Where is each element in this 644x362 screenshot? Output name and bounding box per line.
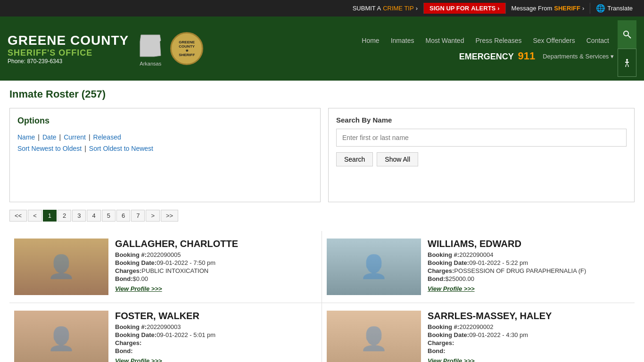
- pagination-page-6[interactable]: 6: [116, 210, 130, 222]
- svg-line-2: [628, 35, 631, 38]
- bond: Bond:$0.00: [115, 275, 317, 282]
- accessibility-button[interactable]: [618, 49, 636, 77]
- nav-most-wanted[interactable]: Most Wanted: [421, 35, 469, 46]
- search-title: Search By Name: [336, 116, 627, 124]
- filter-date[interactable]: Date: [42, 133, 57, 141]
- svg-point-3: [626, 59, 628, 61]
- booking-num: Booking #:2022090005: [115, 251, 317, 258]
- pagination: << < 1 2 3 4 5 6 7 > >>: [9, 210, 635, 222]
- inmate-name: SARRLES-MASSEY, HALEY: [428, 311, 630, 321]
- alerts-text1: SIGN UP FOR: [429, 5, 469, 12]
- inmate-info: GALLAGHER, CHARLOTTE Booking #:202209000…: [115, 239, 317, 292]
- crime-tip-arrow: ›: [416, 5, 418, 12]
- search-button[interactable]: Search: [336, 152, 373, 166]
- nav-press-releases[interactable]: Press Releases: [471, 35, 526, 46]
- inmate-name: GALLAGHER, CHARLOTTE: [115, 239, 317, 249]
- pagination-first[interactable]: <<: [9, 210, 27, 222]
- inmate-photo: 👤: [14, 239, 108, 295]
- view-profile-link[interactable]: View Profile >>>: [428, 285, 475, 292]
- inmate-card: 👤 SARRLES-MASSEY, HALEY Booking #:202209…: [322, 303, 635, 362]
- photo-placeholder: 👤: [360, 326, 388, 352]
- sort-oldest[interactable]: Sort Oldest to Newest: [89, 145, 153, 152]
- logo-area: Arkansas GREENE COUNTY ★ SHERIFF: [136, 31, 203, 66]
- svg-point-1: [624, 31, 628, 36]
- booking-num: Booking #:2022090003: [115, 323, 317, 330]
- options-title: Options: [17, 116, 313, 126]
- dept-services-dropdown[interactable]: Departments & Services ▾: [543, 53, 614, 60]
- header-search-button[interactable]: [618, 20, 636, 49]
- search-buttons: Search Show All: [336, 152, 627, 166]
- sheriff-msg-label1: Message From: [512, 5, 553, 12]
- sort-newest[interactable]: Sort Newest to Oldest: [17, 145, 82, 152]
- sheriff-msg-arrow: ›: [582, 5, 584, 12]
- county-name: GREENE COUNTY: [8, 33, 129, 48]
- pagination-page-1[interactable]: 1: [43, 210, 57, 222]
- pagination-page-2[interactable]: 2: [58, 210, 71, 222]
- state-shape: Arkansas: [136, 31, 165, 66]
- options-box: Options Name | Date | Current | Released…: [9, 108, 321, 202]
- bond: Bond:: [115, 347, 317, 354]
- inmate-photo: 👤: [14, 311, 108, 362]
- phone-label: Phone:: [8, 58, 25, 65]
- charges: Charges:POSSESSION OF DRUG PARAPHERNALIA…: [428, 267, 630, 274]
- booking-date: Booking Date:09-01-2022 - 4:30 pm: [428, 331, 630, 338]
- translate-link[interactable]: 🌐 Translate: [590, 2, 638, 15]
- crime-tip-text1: SUBMIT A: [353, 5, 381, 12]
- header-action-icons: [618, 20, 636, 77]
- pagination-page-4[interactable]: 4: [87, 210, 100, 222]
- alerts-link[interactable]: SIGN UP FOR ALERTS ›: [424, 3, 506, 14]
- pagination-prev[interactable]: <: [28, 210, 42, 222]
- crime-tip-link[interactable]: SUBMIT A CRIME TIP ›: [347, 3, 424, 14]
- view-profile-link[interactable]: View Profile >>>: [428, 357, 475, 362]
- inmate-photo: 👤: [327, 239, 421, 295]
- pagination-last[interactable]: >>: [161, 210, 178, 222]
- bond: Bond:: [428, 347, 630, 354]
- crime-tip-highlight: CRIME TIP: [383, 5, 414, 12]
- search-input[interactable]: [336, 129, 627, 147]
- nav-section: Home Inmates Most Wanted Press Releases …: [357, 35, 614, 62]
- top-bar: SUBMIT A CRIME TIP › SIGN UP FOR ALERTS …: [0, 0, 644, 16]
- svg-marker-0: [140, 35, 161, 57]
- inmate-name: FOSTER, WALKER: [115, 311, 317, 321]
- filter-released[interactable]: Released: [93, 133, 121, 141]
- dept-services-label: Departments & Services: [543, 53, 609, 60]
- nav-home[interactable]: Home: [357, 35, 384, 46]
- emergency-info: EMERGENCY 911: [459, 50, 535, 62]
- filter-name[interactable]: Name: [17, 133, 35, 141]
- emergency-num: 911: [518, 50, 535, 62]
- inmate-info: SARRLES-MASSEY, HALEY Booking #:20220900…: [428, 311, 630, 362]
- phone-info: Phone: 870-239-6343: [8, 58, 129, 65]
- svg-line-7: [628, 65, 628, 67]
- nav-links: Home Inmates Most Wanted Press Releases …: [357, 35, 614, 46]
- search-box: Search By Name Search Show All: [328, 108, 635, 202]
- pagination-page-7[interactable]: 7: [131, 210, 145, 222]
- page-title: Inmate Roster (257): [9, 88, 635, 100]
- booking-date: Booking Date:09-01-2022 - 7:50 pm: [115, 259, 317, 266]
- inmate-card: 👤 WILLIAMS, EDWARD Booking #:2022090004 …: [322, 231, 635, 303]
- pagination-page-5[interactable]: 5: [102, 210, 116, 222]
- brand: GREENE COUNTY SHERIFF'S OFFICE Phone: 87…: [8, 33, 129, 65]
- booking-date: Booking Date:09-01-2022 - 5:01 pm: [115, 331, 317, 338]
- filter-current[interactable]: Current: [64, 133, 86, 141]
- globe-icon: 🌐: [596, 4, 605, 13]
- photo-placeholder: 👤: [47, 254, 75, 280]
- pagination-next[interactable]: >: [146, 210, 160, 222]
- nav-sex-offenders[interactable]: Sex Offenders: [528, 35, 580, 46]
- nav-inmates[interactable]: Inmates: [386, 35, 419, 46]
- office-name: SHERIFF'S OFFICE: [8, 48, 129, 58]
- charges: Charges:PUBLIC INTOXICATION: [115, 267, 317, 274]
- charges: Charges:: [115, 339, 317, 346]
- charges: Charges:: [428, 339, 630, 346]
- booking-num: Booking #:2022090002: [428, 323, 630, 330]
- booking-date: Booking Date:09-01-2022 - 5:22 pm: [428, 259, 630, 266]
- inmate-name: WILLIAMS, EDWARD: [428, 239, 630, 249]
- booking-num: Booking #:2022090004: [428, 251, 630, 258]
- view-profile-link[interactable]: View Profile >>>: [115, 285, 162, 292]
- sheriff-badge: GREENE COUNTY ★ SHERIFF: [170, 32, 203, 65]
- pagination-page-3[interactable]: 3: [72, 210, 86, 222]
- nav-contact[interactable]: Contact: [582, 35, 614, 46]
- view-profile-link[interactable]: View Profile >>>: [115, 357, 162, 362]
- sheriff-message-link[interactable]: Message From SHERIFF ›: [506, 3, 591, 14]
- show-all-button[interactable]: Show All: [377, 152, 418, 166]
- bond: Bond:$25000.00: [428, 275, 630, 282]
